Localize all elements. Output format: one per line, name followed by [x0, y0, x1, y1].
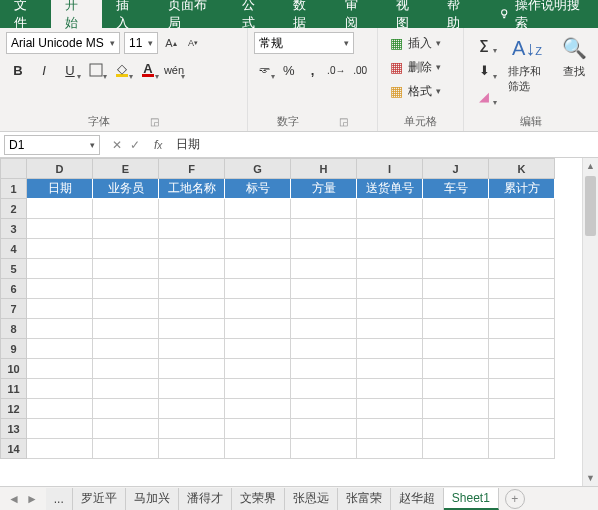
- decrease-decimal-button[interactable]: .00: [349, 58, 371, 82]
- cell-I7[interactable]: [357, 299, 423, 319]
- cell-F14[interactable]: [159, 439, 225, 459]
- font-size-select[interactable]: 11 ▾: [124, 32, 158, 54]
- font-name-select[interactable]: Arial Unicode MS ▾: [6, 32, 120, 54]
- sheet-tab-4[interactable]: 张恩远: [285, 488, 338, 510]
- cell-D7[interactable]: [27, 299, 93, 319]
- sheet-tab-2[interactable]: 潘得才: [179, 488, 232, 510]
- cell-F13[interactable]: [159, 419, 225, 439]
- cell-E3[interactable]: [93, 219, 159, 239]
- cell-D2[interactable]: [27, 199, 93, 219]
- cell-D5[interactable]: [27, 259, 93, 279]
- cell-F2[interactable]: [159, 199, 225, 219]
- row-head-10[interactable]: 10: [1, 359, 27, 379]
- cell-G4[interactable]: [225, 239, 291, 259]
- sheet-tab-7[interactable]: Sheet1: [444, 488, 499, 510]
- cell-D14[interactable]: [27, 439, 93, 459]
- insert-cells-button[interactable]: ▦插入▾: [384, 32, 457, 54]
- row-head-14[interactable]: 14: [1, 439, 27, 459]
- cell-F8[interactable]: [159, 319, 225, 339]
- sheet-tab-6[interactable]: 赵华超: [391, 488, 444, 510]
- scroll-down-icon[interactable]: ▼: [583, 470, 598, 486]
- tab-review[interactable]: 审阅: [331, 0, 382, 28]
- scroll-up-icon[interactable]: ▲: [583, 158, 598, 174]
- cell-H7[interactable]: [291, 299, 357, 319]
- cell-G11[interactable]: [225, 379, 291, 399]
- row-head-4[interactable]: 4: [1, 239, 27, 259]
- enter-formula-button[interactable]: ✓: [130, 138, 140, 152]
- cell-J1[interactable]: 车号: [423, 179, 489, 199]
- cell-G12[interactable]: [225, 399, 291, 419]
- cell-D8[interactable]: [27, 319, 93, 339]
- cell-J11[interactable]: [423, 379, 489, 399]
- number-format-select[interactable]: 常规 ▾: [254, 32, 354, 54]
- tab-help[interactable]: 帮助: [433, 0, 484, 28]
- tab-data[interactable]: 数据: [279, 0, 330, 28]
- col-head-J[interactable]: J: [423, 159, 489, 179]
- add-sheet-button[interactable]: +: [505, 489, 525, 509]
- cell-G6[interactable]: [225, 279, 291, 299]
- cell-F10[interactable]: [159, 359, 225, 379]
- cell-K2[interactable]: [489, 199, 555, 219]
- col-head-E[interactable]: E: [93, 159, 159, 179]
- cell-E14[interactable]: [93, 439, 159, 459]
- cell-I10[interactable]: [357, 359, 423, 379]
- cell-E2[interactable]: [93, 199, 159, 219]
- cell-I14[interactable]: [357, 439, 423, 459]
- cell-I4[interactable]: [357, 239, 423, 259]
- cell-F4[interactable]: [159, 239, 225, 259]
- cell-E10[interactable]: [93, 359, 159, 379]
- cell-F1[interactable]: 工地名称: [159, 179, 225, 199]
- row-head-7[interactable]: 7: [1, 299, 27, 319]
- cell-D1[interactable]: 日期: [27, 179, 93, 199]
- cell-E5[interactable]: [93, 259, 159, 279]
- cell-K9[interactable]: [489, 339, 555, 359]
- cell-D3[interactable]: [27, 219, 93, 239]
- cell-K1[interactable]: 累计方: [489, 179, 555, 199]
- cell-G13[interactable]: [225, 419, 291, 439]
- cell-J5[interactable]: [423, 259, 489, 279]
- cell-H6[interactable]: [291, 279, 357, 299]
- cell-F5[interactable]: [159, 259, 225, 279]
- cell-H13[interactable]: [291, 419, 357, 439]
- cell-I13[interactable]: [357, 419, 423, 439]
- col-head-F[interactable]: F: [159, 159, 225, 179]
- autosum-button[interactable]: ∑▾: [470, 32, 498, 56]
- cell-E8[interactable]: [93, 319, 159, 339]
- cell-J6[interactable]: [423, 279, 489, 299]
- increase-decimal-button[interactable]: .0→: [325, 58, 347, 82]
- cell-H11[interactable]: [291, 379, 357, 399]
- cell-D12[interactable]: [27, 399, 93, 419]
- cell-K12[interactable]: [489, 399, 555, 419]
- col-head-D[interactable]: D: [27, 159, 93, 179]
- tab-nav-next[interactable]: ►: [26, 492, 38, 506]
- tab-view[interactable]: 视图: [382, 0, 433, 28]
- tab-home[interactable]: 开始: [51, 0, 102, 28]
- cell-G3[interactable]: [225, 219, 291, 239]
- cell-I1[interactable]: 送货单号: [357, 179, 423, 199]
- row-head-6[interactable]: 6: [1, 279, 27, 299]
- font-color-button[interactable]: A▾: [136, 58, 160, 82]
- cell-F11[interactable]: [159, 379, 225, 399]
- accounting-format-button[interactable]: 🖙▾: [254, 58, 276, 82]
- delete-cells-button[interactable]: ▦删除▾: [384, 56, 457, 78]
- sheet-tab-1[interactable]: 马加兴: [126, 488, 179, 510]
- col-head-K[interactable]: K: [489, 159, 555, 179]
- cell-K3[interactable]: [489, 219, 555, 239]
- cell-G7[interactable]: [225, 299, 291, 319]
- cell-K6[interactable]: [489, 279, 555, 299]
- bold-button[interactable]: B: [6, 58, 30, 82]
- tab-file[interactable]: 文件: [0, 0, 51, 28]
- cell-J8[interactable]: [423, 319, 489, 339]
- cell-J9[interactable]: [423, 339, 489, 359]
- cell-D10[interactable]: [27, 359, 93, 379]
- cell-K5[interactable]: [489, 259, 555, 279]
- row-head-9[interactable]: 9: [1, 339, 27, 359]
- cell-H10[interactable]: [291, 359, 357, 379]
- cell-H8[interactable]: [291, 319, 357, 339]
- cell-H9[interactable]: [291, 339, 357, 359]
- cell-I5[interactable]: [357, 259, 423, 279]
- cell-I3[interactable]: [357, 219, 423, 239]
- cell-H1[interactable]: 方量: [291, 179, 357, 199]
- cell-H3[interactable]: [291, 219, 357, 239]
- cell-E7[interactable]: [93, 299, 159, 319]
